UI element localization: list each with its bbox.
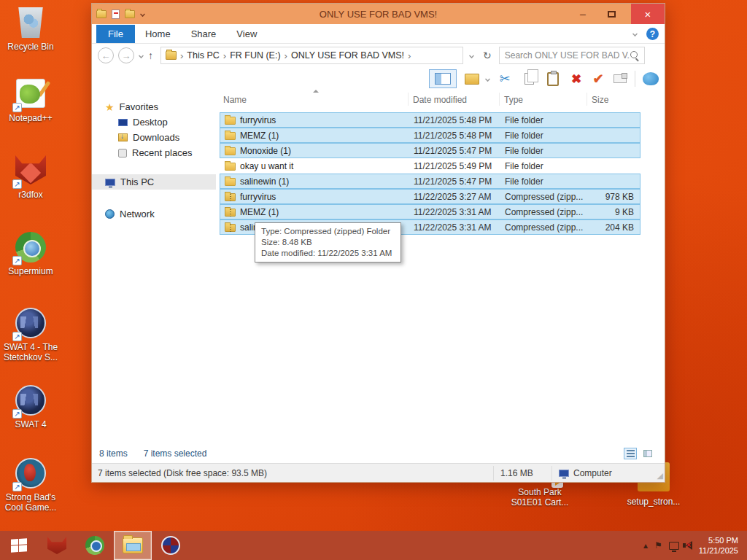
show-hidden-icons-button[interactable]: ▴ [643, 541, 648, 550]
zip-folder-icon [225, 193, 236, 201]
title-bar[interactable]: ONLY USE FOR BAD VMS! – × [92, 4, 665, 24]
taskbar-item-game[interactable] [152, 531, 190, 560]
thumbnail-view-button[interactable] [641, 448, 654, 459]
delete-button[interactable]: ✖ [566, 69, 587, 88]
rename-icon [614, 74, 627, 83]
toolbar: ✂ ✖ ✔ [92, 67, 665, 90]
window-folder-icon[interactable] [96, 10, 107, 18]
rename-button[interactable] [610, 69, 630, 88]
column-header-name[interactable]: Name [223, 91, 247, 109]
desktop-icon-r3dfox[interactable]: ↗ r3dfox [0, 155, 66, 200]
tab-view[interactable]: View [226, 26, 267, 42]
windows-logo-icon [11, 538, 27, 553]
volume-muted-icon[interactable] [686, 541, 692, 550]
column-header-date[interactable]: Date modified [413, 91, 467, 109]
desktop-icon-label: Strong Bad's Cool Game... [0, 492, 66, 513]
network-tray-icon[interactable] [669, 542, 679, 550]
recent-locations-icon[interactable] [139, 53, 144, 58]
items-bar: 8 items 7 items selected [92, 444, 665, 463]
breadcrumb-folder[interactable]: ONLY USE FOR BAD VMS! [291, 50, 404, 61]
file-row[interactable]: furryvirus11/22/2025 3:27 AM Compressed … [220, 189, 640, 204]
new-folder-dropdown[interactable] [484, 69, 491, 88]
file-explorer-icon [123, 537, 143, 553]
shell-extension-button[interactable] [640, 69, 661, 88]
sidebar-label: Desktop [133, 117, 168, 128]
column-header-type[interactable]: Type [504, 91, 523, 109]
confirm-button[interactable]: ✔ [588, 69, 608, 88]
desktop-icon-recycle-bin[interactable]: Recycle Bin [0, 7, 66, 52]
back-button[interactable]: ← [98, 47, 114, 63]
minimize-button[interactable]: – [570, 4, 595, 24]
taskbar-item-supermium[interactable] [76, 531, 114, 560]
close-button[interactable]: × [631, 4, 665, 24]
forward-button[interactable]: → [118, 47, 134, 63]
copy-button[interactable] [519, 69, 539, 88]
desktop-icon-swat4[interactable]: ↗ SWAT 4 [0, 385, 66, 429]
tab-share[interactable]: Share [181, 26, 227, 42]
file-row[interactable]: MEMZ (1)11/21/2025 5:48 PM File folder [220, 128, 640, 143]
chevron-down-icon [485, 77, 490, 82]
resize-grip[interactable]: ◢ [657, 471, 663, 481]
sidebar-item-downloads[interactable]: Downloads [92, 130, 216, 145]
file-row[interactable]: okay u want it11/21/2025 5:49 PM File fo… [220, 158, 640, 174]
file-row[interactable]: salinewin (1)11/21/2025 5:47 PM File fol… [220, 174, 640, 189]
sidebar-item-desktop[interactable]: Desktop [92, 114, 216, 130]
search-box[interactable]: Search ONLY USE FOR BAD V... [499, 47, 645, 64]
items-selected-count: 7 items selected [144, 448, 207, 459]
desktop-icon-notepadpp[interactable]: ↗ Notepad++ [0, 79, 66, 123]
address-bar[interactable]: › This PC › FR FUN (E:) › ONLY USE FOR B… [160, 47, 463, 64]
cut-button[interactable]: ✂ [495, 69, 515, 88]
sidebar-item-favorites[interactable]: ★ Favorites [92, 99, 216, 114]
navigation-pane: ★ Favorites Desktop Downloads Recent pla… [92, 90, 217, 444]
shortcut-arrow-icon: ↗ [12, 332, 22, 341]
properties-icon[interactable] [112, 9, 120, 19]
supermium-icon [85, 536, 104, 555]
sidebar-item-recent-places[interactable]: Recent places [92, 145, 216, 160]
taskbar-item-file-explorer[interactable] [114, 531, 152, 560]
taskbar-item-r3dfox[interactable] [38, 531, 76, 560]
maximize-button[interactable] [599, 4, 624, 24]
status-size: 1.16 MB [500, 468, 533, 478]
start-button[interactable] [0, 531, 38, 560]
desktop-icon-strongbad[interactable]: ↗ Strong Bad's Cool Game... [0, 458, 66, 513]
file-row[interactable]: Monoxide (1)11/21/2025 5:47 PM File fold… [220, 143, 640, 158]
star-icon: ★ [105, 101, 115, 113]
quick-access-toolbar [92, 9, 145, 19]
file-row[interactable]: furryvirus11/21/2025 5:48 PM File folder [220, 112, 640, 128]
desktop-icon-label: SWAT 4 - The Stetchkov S... [0, 342, 66, 362]
preview-pane-button[interactable] [429, 69, 457, 88]
new-folder-button[interactable] [462, 69, 481, 88]
shortcut-arrow-icon: ↗ [12, 256, 22, 265]
shell-icon [643, 72, 659, 85]
new-folder-qat-icon[interactable] [125, 10, 135, 18]
address-bar-row: ← → ↑ › This PC › FR FUN (E:) › ONLY USE… [92, 44, 665, 67]
address-folder-icon [166, 51, 177, 60]
explorer-window: ONLY USE FOR BAD VMS! – × File Home Shar… [91, 3, 665, 483]
breadcrumb-drive[interactable]: FR FUN (E:) [230, 50, 280, 61]
file-row[interactable]: MEMZ (1)11/22/2025 3:31 AM Compressed (z… [220, 204, 640, 219]
shortcut-arrow-icon: ↗ [12, 409, 22, 419]
address-dropdown-icon[interactable] [469, 53, 474, 58]
sidebar-item-network[interactable]: Network [92, 206, 216, 222]
up-button[interactable]: ↑ [148, 50, 153, 61]
desktop-icon-supermium[interactable]: ↗ Supermium [0, 232, 66, 276]
refresh-icon[interactable]: ↻ [483, 50, 492, 61]
help-icon[interactable]: ? [646, 28, 659, 40]
desktop-icon-swat4-stetchkov[interactable]: ↗ SWAT 4 - The Stetchkov S... [0, 308, 66, 362]
tab-file[interactable]: File [96, 25, 135, 43]
shortcut-arrow-icon: ↗ [12, 179, 22, 189]
breadcrumb-this-pc[interactable]: This PC [187, 50, 219, 61]
taskbar-clock[interactable]: 5:50 PM 11/21/2025 [699, 535, 741, 556]
tooltip-type: Type: Compressed (zipped) Folder [261, 226, 395, 237]
tab-home[interactable]: Home [135, 26, 181, 42]
details-view-button[interactable] [624, 448, 637, 459]
game-icon [161, 536, 180, 555]
crumb-separator: › [223, 50, 226, 61]
expand-ribbon-icon[interactable] [632, 31, 638, 36]
search-icon[interactable] [630, 51, 639, 60]
column-header-size[interactable]: Size [592, 91, 608, 109]
paste-button[interactable] [543, 69, 563, 88]
action-center-icon[interactable]: ⚑ [654, 541, 662, 550]
qat-customize-icon[interactable] [140, 12, 145, 17]
sidebar-item-this-pc[interactable]: This PC [92, 174, 216, 190]
